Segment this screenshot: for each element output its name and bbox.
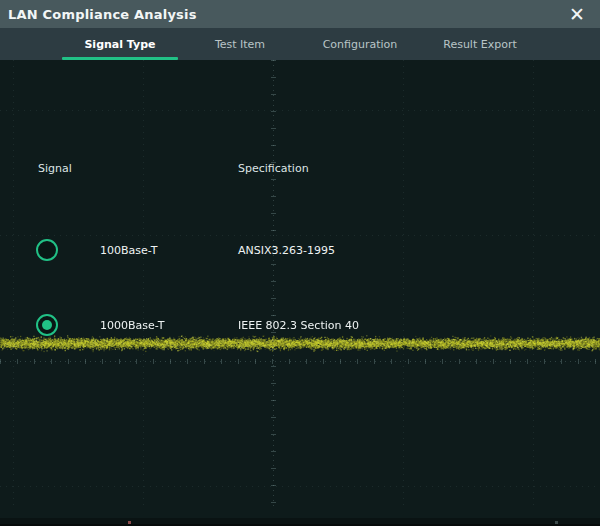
graticule-hline (0, 486, 600, 487)
radio-dot (42, 320, 52, 330)
bottom-strip (0, 518, 600, 526)
tab-label: Signal Type (84, 38, 155, 51)
dialog-title: LAN Compliance Analysis (8, 7, 197, 22)
specification-label: IEEE 802.3 Section 40 (238, 319, 359, 332)
radio-1000base-t[interactable] (36, 314, 58, 336)
lan-compliance-dialog: LAN Compliance Analysis ✕ Signal Type Te… (0, 0, 600, 526)
bottom-tick-red (128, 521, 131, 524)
tab-result-export[interactable]: Result Export (420, 28, 540, 60)
dialog-body: Signal Specification 100Base-T ANSIX3.26… (0, 60, 600, 518)
signal-label: 100Base-T (100, 244, 157, 257)
graticule-vline (143, 60, 144, 510)
graticule-center-hticks (0, 359, 600, 364)
radio-100base-t[interactable] (36, 239, 58, 261)
bottom-tick-gray (555, 521, 558, 524)
tab-configuration[interactable]: Configuration (300, 28, 420, 60)
tab-label: Result Export (443, 38, 517, 51)
specification-label: ANSIX3.263-1995 (238, 244, 335, 257)
title-bar: LAN Compliance Analysis ✕ (0, 0, 600, 28)
tab-label: Test Item (215, 38, 265, 51)
graticule-vline (13, 60, 14, 510)
graticule-vline (403, 60, 404, 510)
signal-row-1000base-t[interactable]: 1000Base-T IEEE 802.3 Section 40 (0, 310, 600, 340)
graticule-hline (0, 110, 600, 111)
graticule-vline (533, 60, 534, 510)
tab-label: Configuration (323, 38, 398, 51)
close-icon[interactable]: ✕ (564, 1, 590, 27)
signal-label: 1000Base-T (100, 319, 164, 332)
signal-row-100base-t[interactable]: 100Base-T ANSIX3.263-1995 (0, 235, 600, 265)
tab-bar: Signal Type Test Item Configuration Resu… (0, 28, 600, 60)
graticule-center-vticks (271, 60, 276, 510)
column-header-signal: Signal (38, 162, 72, 175)
tab-test-item[interactable]: Test Item (180, 28, 300, 60)
tab-signal-type[interactable]: Signal Type (60, 28, 180, 60)
column-header-specification: Specification (238, 162, 309, 175)
